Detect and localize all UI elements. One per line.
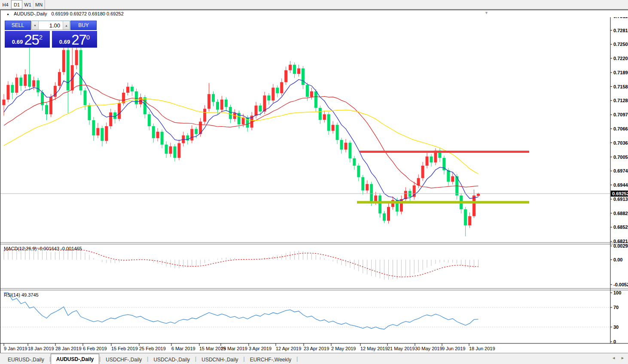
svg-text:0.69440: 0.69440 [613,182,628,188]
tab-usdcad-daily[interactable]: USDCAD-,Daily [148,355,195,364]
svg-text:0.70970: 0.70970 [613,112,628,117]
tab-eurchf-weekly[interactable]: EURCHF-,Weekly [245,355,296,364]
svg-text:RSI(14) 49.3745: RSI(14) 49.3745 [4,292,39,297]
chart-symbol-title: AUDUSD-,Daily [14,11,47,16]
timeframe-toolbar: H4D1W1MN [0,0,628,9]
svg-text:25 Feb 2019: 25 Feb 2019 [139,346,166,351]
svg-text:21 May 2019: 21 May 2019 [387,346,415,351]
volume-decrease-button[interactable]: ▼ [32,21,39,30]
buy-price-panel[interactable]: 0.69 27 0 [52,31,97,48]
svg-text:0.72505: 0.72505 [613,42,628,47]
price-chart-canvas[interactable]: 0.692520.731150.728100.725050.722000.718… [0,17,628,353]
tabs-scroll-right-icon[interactable]: ► [621,356,625,360]
symbol-tab-bar: EURUSD-,Daily|AUDUSD-,Daily|USDCHF-,Dail… [0,353,628,364]
svg-text:3 Apr 2019: 3 Apr 2019 [249,346,271,351]
svg-text:30 May 2019: 30 May 2019 [415,346,442,351]
svg-text:2 May 2019: 2 May 2019 [331,346,356,351]
svg-text:0.69130: 0.69130 [613,197,628,202]
svg-text:6 Feb 2019: 6 Feb 2019 [83,346,107,351]
sell-price-sup: 2 [39,33,43,41]
tab-separator: | [296,356,298,362]
sell-price-big: 25 [24,33,39,46]
svg-text:12 May 2019: 12 May 2019 [360,346,388,351]
chart-area[interactable]: 0.692520.731150.728100.725050.722000.718… [0,17,628,353]
tab-usdcnh-daily[interactable]: USDCNH-,Daily [196,355,243,364]
svg-text:0.68825: 0.68825 [613,211,628,216]
svg-text:0.72200: 0.72200 [613,56,628,61]
chart-title-bar: ▲ AUDUSD-,Daily 0.69199 0.69272 0.69180 … [0,10,628,17]
window-collapse-icon[interactable]: ▲ [6,12,9,15]
sell-price-prefix: 0.69 [12,39,23,45]
volume-spinner: ▼ 1.00 ▲ [31,21,70,30]
chart-shift-marker-icon[interactable]: ▼ [485,11,488,15]
svg-text:25 Mar 2019: 25 Mar 2019 [221,346,247,351]
svg-text:15 Feb 2019: 15 Feb 2019 [111,346,138,351]
svg-text:9 Jun 2019: 9 Jun 2019 [442,346,465,351]
one-click-trading-widget: SELL ▼ 1.00 ▲ BUY 0.69 25 2 0.69 27 0 [5,21,97,48]
timeframe-button-mn[interactable]: MN [34,0,45,9]
svg-text:18 Jun 2019: 18 Jun 2019 [469,346,495,351]
svg-text:70: 70 [613,305,619,310]
svg-text:18 Jan 2019: 18 Jan 2019 [28,346,54,351]
timeframe-button-h4[interactable]: H4 [0,0,11,9]
svg-text:0.71280: 0.71280 [613,98,628,103]
svg-text:0.69252: 0.69252 [612,191,628,196]
svg-text:MACD(12,26,9) -0.001643 -0.001: MACD(12,26,9) -0.001643 -0.001465 [4,246,82,251]
svg-text:0.71585: 0.71585 [613,84,628,89]
tab-usdchf-daily[interactable]: USDCHF-,Daily [101,355,147,364]
svg-text:-0.005256: -0.005256 [613,282,628,287]
volume-input[interactable]: 1.00 [39,21,63,30]
svg-text:9 Jan 2019: 9 Jan 2019 [4,346,27,351]
svg-text:28 Jan 2019: 28 Jan 2019 [55,346,82,351]
svg-text:0.68520: 0.68520 [613,224,628,230]
svg-text:0.73115: 0.73115 [613,17,628,19]
buy-price-big: 27 [71,33,86,46]
svg-text:0.002984: 0.002984 [613,243,628,249]
tabs-scroll-left-icon[interactable]: ◄ [612,356,616,360]
tab-eurusd-daily[interactable]: EURUSD-,Daily [3,355,49,364]
timeframe-button-w1[interactable]: W1 [22,0,34,9]
svg-text:0.70360: 0.70360 [613,140,628,146]
buy-button[interactable]: BUY [70,21,97,30]
volume-increase-button[interactable]: ▲ [63,21,70,30]
svg-text:6 Mar 2019: 6 Mar 2019 [171,346,195,351]
toolbar-spacer [45,0,628,9]
timeframe-button-d1[interactable]: D1 [11,0,22,9]
buy-price-prefix: 0.69 [59,39,70,45]
chart-ohlc-values: 0.69199 0.69272 0.69180 0.69252 [52,11,124,16]
svg-text:30: 30 [613,325,619,330]
svg-text:0.00: 0.00 [613,257,622,262]
svg-text:100: 100 [613,290,621,295]
svg-text:23 Apr 2019: 23 Apr 2019 [304,346,329,351]
svg-text:0.69745: 0.69745 [613,168,628,173]
svg-text:0.70050: 0.70050 [613,155,628,160]
svg-text:0.70665: 0.70665 [613,126,628,131]
svg-text:12 Apr 2019: 12 Apr 2019 [276,346,301,351]
svg-text:0: 0 [613,339,616,344]
sell-price-panel[interactable]: 0.69 25 2 [5,31,50,48]
svg-text:0.71890: 0.71890 [613,70,628,75]
sell-button[interactable]: SELL [5,21,31,30]
buy-price-sup: 0 [86,33,90,41]
svg-text:0.72810: 0.72810 [613,28,628,33]
tab-audusd-daily[interactable]: AUDUSD-,Daily [51,354,99,364]
